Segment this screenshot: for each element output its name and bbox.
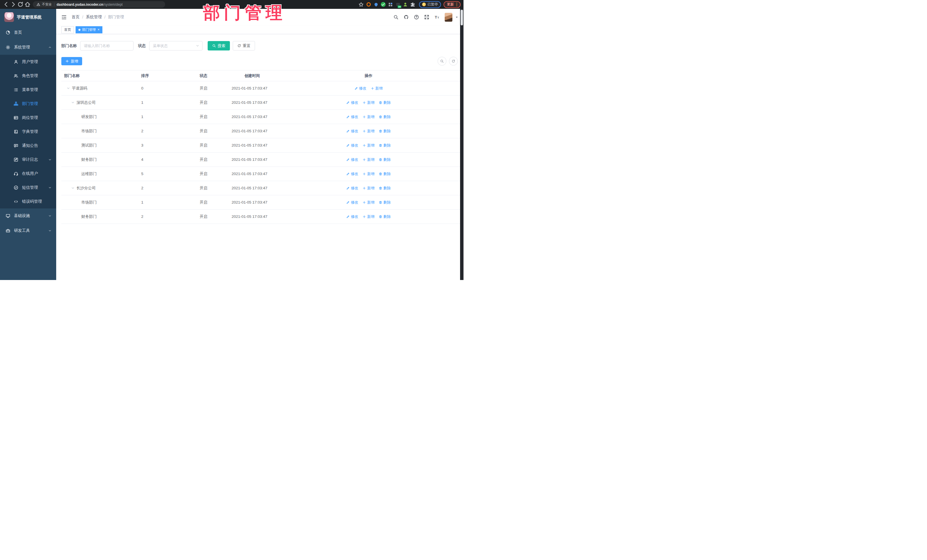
caret-toggle-icon[interactable] xyxy=(67,87,70,90)
tools-icon xyxy=(6,228,10,233)
security-chip[interactable]: 不安全 xyxy=(36,2,52,6)
close-icon[interactable]: × xyxy=(97,28,100,31)
ext-check-icon[interactable] xyxy=(381,2,386,7)
sidebar-item-infra[interactable]: 基础设施 xyxy=(0,208,56,223)
tab-dept[interactable]: 部门管理× xyxy=(76,26,102,33)
add-child-button[interactable]: 新增 xyxy=(363,186,374,191)
sidebar-item-post[interactable]: 岗位管理 xyxy=(0,111,56,124)
sidebar-item-errcode[interactable]: 错误码管理 xyxy=(0,194,56,208)
action-cell: 修改新增删除 xyxy=(326,157,411,162)
puzzle-icon[interactable] xyxy=(410,2,415,7)
address-bar[interactable]: 不安全 dashboard.yudao.iocoder.cn/system/de… xyxy=(33,1,165,8)
star-icon[interactable] xyxy=(359,2,364,7)
table-row: 深圳总公司1开启2021-01-05 17:03:47修改新增删除 xyxy=(61,96,460,110)
dept-name-cell: 运维部门 xyxy=(61,171,139,176)
search-button[interactable]: 搜索 xyxy=(208,41,230,50)
edit-row-button[interactable]: 修改 xyxy=(346,171,358,176)
paused-extension-badge[interactable]: 已暂停 xyxy=(419,1,441,8)
status-cell: 开启 xyxy=(198,171,232,176)
font-size-icon[interactable]: TT xyxy=(435,15,439,20)
caret-toggle-icon[interactable] xyxy=(71,186,75,190)
sidebar-item-devtools[interactable]: 研发工具 xyxy=(0,223,56,238)
delete-row-button[interactable]: 删除 xyxy=(379,157,391,162)
edit-row-button[interactable]: 修改 xyxy=(346,200,358,205)
dept-name-cell: 市场部门 xyxy=(61,129,139,134)
breadcrumb-item[interactable]: 系统管理 xyxy=(86,15,102,20)
sidebar-item-notice[interactable]: 通知公告 xyxy=(0,138,56,153)
caret-toggle-icon[interactable] xyxy=(71,101,75,104)
github-icon[interactable] xyxy=(404,15,409,20)
help-icon[interactable] xyxy=(414,15,419,20)
sort-cell: 4 xyxy=(139,157,198,162)
delete-row-button[interactable]: 删除 xyxy=(379,214,391,219)
sidebar-item-audit[interactable]: 审计日志 xyxy=(0,153,56,167)
edit-row-button[interactable]: 修改 xyxy=(346,143,358,148)
edit-row-button[interactable]: 修改 xyxy=(346,129,358,134)
sidebar-item-role[interactable]: 角色管理 xyxy=(0,69,56,83)
edit-row-button[interactable]: 修改 xyxy=(346,186,358,191)
sidebar-item-sms[interactable]: 短信管理 xyxy=(0,181,56,194)
add-child-button[interactable]: 新增 xyxy=(363,200,374,205)
dept-name-cell: 财务部门 xyxy=(61,214,139,219)
add-button[interactable]: 新增 xyxy=(61,57,82,65)
user-avatar[interactable] xyxy=(445,13,452,22)
toggle-search-button[interactable] xyxy=(438,57,447,65)
ext-pin-icon[interactable] xyxy=(373,2,378,7)
edit-row-button[interactable]: 修改 xyxy=(354,86,366,91)
sidebar-item-user[interactable]: 用户管理 xyxy=(0,55,56,69)
ext-user-icon[interactable] xyxy=(403,2,408,7)
edit-row-button[interactable]: 修改 xyxy=(346,114,358,120)
sidebar-item-home[interactable]: 首页 xyxy=(0,25,56,40)
tab-home[interactable]: 首页 xyxy=(61,26,74,33)
add-child-button[interactable]: 新增 xyxy=(363,157,374,162)
kebab-menu-icon[interactable] xyxy=(456,3,457,6)
edit-row-button[interactable]: 修改 xyxy=(346,100,358,105)
delete-row-button[interactable]: 删除 xyxy=(379,129,391,134)
add-child-button[interactable]: 新增 xyxy=(363,171,374,176)
page-scrollbar[interactable] xyxy=(460,9,464,280)
delete-row-button[interactable]: 删除 xyxy=(379,143,391,148)
home-button[interactable] xyxy=(24,1,31,8)
add-child-button[interactable]: 新增 xyxy=(363,114,374,120)
add-child-button[interactable]: 新增 xyxy=(363,214,374,219)
ext-on-icon[interactable]: on xyxy=(395,2,400,7)
table-header-row: 部门名称排序状态创建时间操作 xyxy=(61,70,460,81)
sidebar-item-online[interactable]: 在线用户 xyxy=(0,167,56,181)
sidebar-item-system[interactable]: 系统管理 xyxy=(0,40,56,55)
sidebar-logo-row[interactable]: 芋道管理系统 xyxy=(0,9,56,25)
add-child-button[interactable]: 新增 xyxy=(363,143,374,148)
add-child-button[interactable]: 新增 xyxy=(371,86,383,91)
sidebar-item-menu[interactable]: 菜单管理 xyxy=(0,83,56,97)
add-child-button[interactable]: 新增 xyxy=(363,129,374,134)
ext-orange-icon[interactable] xyxy=(366,2,371,7)
browser-update-button[interactable]: 更新 xyxy=(444,1,460,8)
dept-name: 市场部门 xyxy=(81,200,97,205)
ext-grid-icon[interactable] xyxy=(388,2,393,7)
reload-button[interactable] xyxy=(17,1,24,8)
sidebar-toggle-icon[interactable] xyxy=(61,15,67,20)
scrollbar-thumb[interactable] xyxy=(460,10,463,25)
status-select[interactable]: 菜单状态 xyxy=(149,41,202,50)
divider xyxy=(54,3,55,6)
delete-row-button[interactable]: 删除 xyxy=(379,114,391,120)
sidebar-item-label: 系统管理 xyxy=(14,45,30,50)
sidebar-item-dept[interactable]: 部门管理 xyxy=(0,97,56,111)
breadcrumb-item[interactable]: 首页 xyxy=(71,15,80,20)
delete-row-button[interactable]: 删除 xyxy=(379,186,391,191)
forward-button[interactable] xyxy=(10,1,17,8)
id-card-icon xyxy=(14,115,18,120)
header-search-icon[interactable] xyxy=(393,15,398,20)
back-button[interactable] xyxy=(3,1,9,8)
add-child-button[interactable]: 新增 xyxy=(363,100,374,105)
dept-name-input[interactable] xyxy=(80,41,134,50)
refresh-table-button[interactable] xyxy=(449,57,458,65)
fullscreen-icon[interactable] xyxy=(424,15,429,20)
edit-row-button[interactable]: 修改 xyxy=(346,157,358,162)
edit-row-button[interactable]: 修改 xyxy=(346,214,358,219)
sidebar-item-dict[interactable]: 字典管理 xyxy=(0,124,56,138)
delete-row-button[interactable]: 删除 xyxy=(379,171,391,176)
reset-button[interactable]: 重置 xyxy=(233,41,255,50)
avatar-caret-icon[interactable] xyxy=(455,16,458,19)
delete-row-button[interactable]: 删除 xyxy=(379,200,391,205)
delete-row-button[interactable]: 删除 xyxy=(379,100,391,105)
